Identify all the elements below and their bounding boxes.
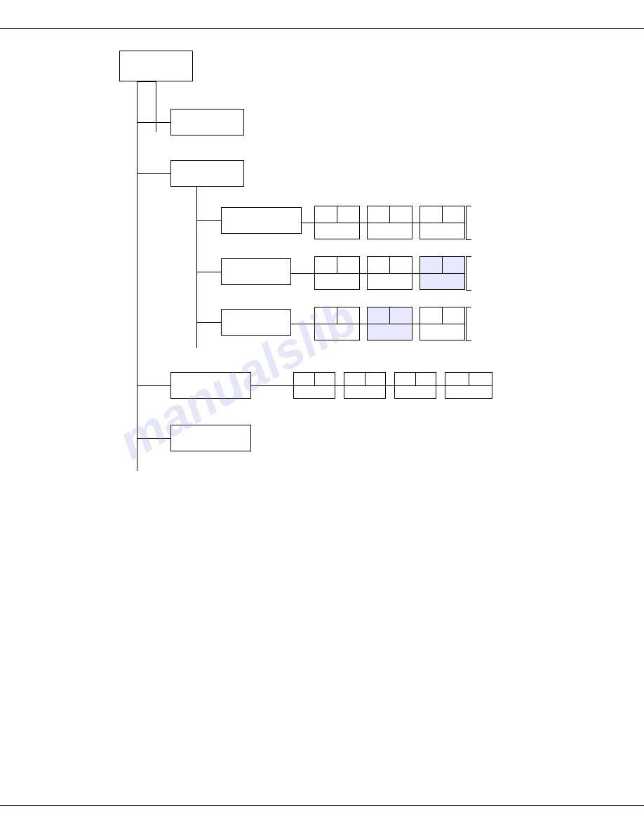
input-command-box	[221, 258, 291, 285]
pins-box	[170, 372, 251, 399]
relay2-connector-v	[389, 307, 390, 324]
input-type-box	[221, 207, 302, 234]
ext-inputs-bracket-h3	[466, 256, 471, 257]
relay-mode-box	[221, 309, 291, 336]
ext-inputs-bracket-v1	[466, 206, 467, 239]
relay3-connector-v	[442, 307, 443, 324]
ext-inputs-bracket-h2	[466, 239, 471, 240]
relay-to-boxes-h	[291, 324, 314, 324]
remote-h	[137, 122, 170, 123]
ext-inputs-bracket-h1	[466, 206, 471, 206]
user-pin-connector-v	[314, 372, 315, 385]
input-cmd-to-boxes-h	[291, 273, 314, 274]
input-cmd-h	[196, 272, 221, 272]
relay-bracket-h1	[466, 307, 471, 307]
pins-to-boxes-h	[251, 385, 293, 386]
system-config-box	[119, 51, 193, 81]
page-border-top	[0, 28, 644, 29]
pins-h	[137, 385, 170, 386]
remote-pin-connector-v	[469, 372, 469, 385]
input-type-boxes-connector	[314, 223, 465, 223]
remote-control-box	[170, 109, 244, 135]
relay-mode-h	[196, 322, 221, 323]
pin-boxes-connector	[293, 385, 492, 386]
relay-bracket-h2	[466, 340, 471, 341]
input3-type-connector-v	[442, 206, 443, 223]
io-h	[137, 173, 170, 174]
config-pin-connector-v	[365, 372, 365, 385]
page-border-bottom	[0, 805, 644, 806]
ext-inputs-bracket-h4	[466, 290, 471, 291]
factory-box	[170, 425, 251, 451]
input-type-h	[196, 220, 221, 221]
relay-bracket-v	[466, 307, 467, 340]
input1-type-connector-v	[337, 206, 337, 223]
io-sub-spine-v	[196, 187, 197, 348]
relay-boxes-connector	[314, 324, 465, 324]
factory-h	[137, 438, 170, 439]
input2-cmd-connector-v	[389, 256, 390, 273]
input1-cmd-connector-v	[337, 256, 337, 273]
main-spine-v	[137, 81, 137, 471]
io-config-box	[170, 160, 244, 187]
relay1-connector-v	[337, 307, 337, 324]
input-cmd-boxes-connector	[314, 273, 465, 274]
ext-inputs-bracket-v2	[466, 256, 467, 290]
sys-to-spine-v	[156, 81, 156, 132]
sys-to-spine-h	[137, 81, 156, 82]
input3-cmd-connector-v	[442, 256, 443, 273]
input-type-to-boxes-h	[302, 223, 314, 223]
input2-type-connector-v	[389, 206, 390, 223]
system-pin-connector-v	[415, 372, 416, 385]
